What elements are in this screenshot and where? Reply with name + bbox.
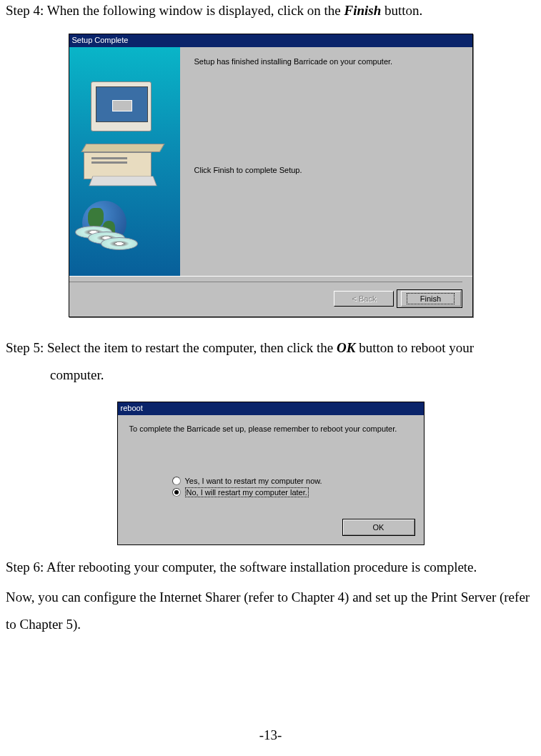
monitor-icon xyxy=(91,81,152,131)
click-finish-message: Click Finish to complete Setup. xyxy=(194,166,458,174)
installer-sidebar-image xyxy=(69,47,180,276)
restart-now-radio[interactable] xyxy=(172,477,181,485)
restart-later-radio[interactable] xyxy=(172,488,181,497)
step5-instruction: Step 5: Select the item to restart the c… xyxy=(6,334,535,389)
restart-now-label[interactable]: Yes, I want to restart my computer now. xyxy=(185,477,322,485)
finish-button-label: Finish xyxy=(407,293,455,304)
restart-later-label[interactable]: No, I will restart my computer later. xyxy=(185,487,309,497)
step5-line2: computer. xyxy=(50,367,104,382)
setup-finished-message: Setup has finished installing Barricade … xyxy=(194,57,458,66)
finish-button[interactable]: Finish xyxy=(401,291,461,307)
step5-suffix: button to reboot your xyxy=(355,340,474,355)
page-number: -13- xyxy=(0,727,541,743)
step4-action: Finish xyxy=(344,3,382,18)
final-instruction: Now, you can configure the Internet Shar… xyxy=(6,584,535,638)
step4-suffix: button. xyxy=(381,3,422,18)
reboot-message: To complete the Barricade set up, please… xyxy=(129,424,412,434)
ok-button[interactable]: OK xyxy=(343,519,415,535)
step6-instruction: Step 6: After rebooting your computer, t… xyxy=(6,558,535,577)
setup-complete-dialog: Setup Complete xyxy=(69,34,473,317)
step4-prefix: Step 4: When the following window is dis… xyxy=(6,3,344,18)
step4-instruction: Step 4: When the following window is dis… xyxy=(6,1,535,21)
step5-action: OK xyxy=(337,340,355,355)
keyboard-icon xyxy=(89,176,157,186)
back-button: < Back xyxy=(334,291,394,307)
dialog1-titlebar: Setup Complete xyxy=(69,34,472,47)
reboot-dialog: reboot To complete the Barricade set up,… xyxy=(117,402,425,545)
step5-prefix: Step 5: Select the item to restart the c… xyxy=(6,340,337,355)
dialog2-titlebar: reboot xyxy=(118,402,424,415)
